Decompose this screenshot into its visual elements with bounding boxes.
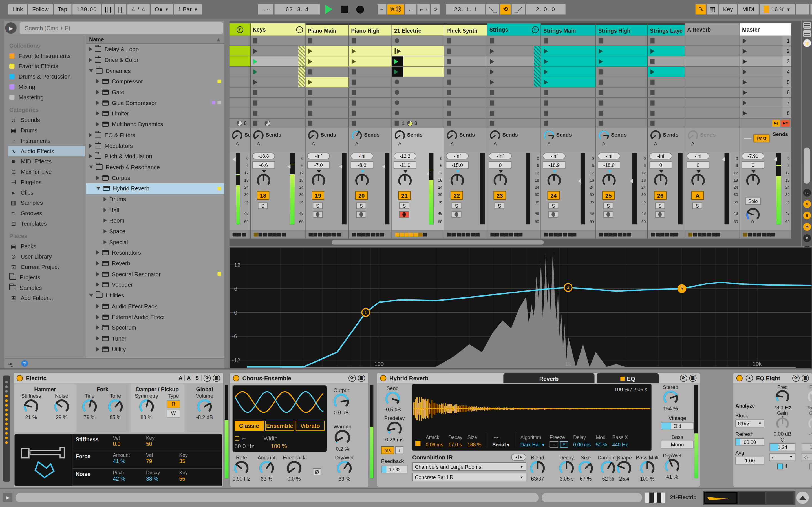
mode-button-vibrato[interactable]: Vibrato	[296, 420, 325, 431]
clip-stop-square[interactable]	[308, 69, 312, 74]
clip-slot[interactable]	[685, 108, 740, 119]
clip-stop-square[interactable]	[544, 100, 548, 105]
xfade-segment[interactable]	[448, 233, 452, 236]
group-unfold-icon[interactable]: ≡	[532, 26, 539, 33]
tree-item-pitch-modulation[interactable]: Pitch & Modulation	[86, 151, 224, 162]
knob-value[interactable]: 85 %	[110, 414, 121, 420]
clip-slot[interactable]	[648, 46, 685, 56]
clip-slot[interactable]	[685, 46, 740, 56]
tree-arrow-icon[interactable]	[96, 176, 100, 180]
clip-slot[interactable]	[349, 87, 392, 98]
clip-slot[interactable]	[541, 46, 596, 56]
routing-value[interactable]: Serial ▾	[492, 442, 509, 448]
send-a-knob[interactable]	[232, 130, 243, 141]
group-slot-play-icon[interactable]	[490, 59, 494, 64]
track-header[interactable]: Strings Laye	[648, 23, 685, 36]
track-activator[interactable]: 19	[312, 191, 324, 200]
clip-slot[interactable]	[349, 98, 392, 108]
clip-stop-square[interactable]	[599, 90, 603, 95]
send-a-knob[interactable]	[490, 130, 500, 141]
xfade-segment[interactable]	[572, 233, 576, 236]
tree-arrow-icon[interactable]	[89, 133, 92, 137]
stop-all-square[interactable]	[490, 121, 494, 126]
sidebar-item-collection[interactable]: Favorite Instruments	[8, 51, 85, 61]
peak-level-field[interactable]: -12.2	[394, 153, 416, 159]
clip-stop-square[interactable]	[447, 48, 451, 54]
clip-stop-square[interactable]	[490, 38, 494, 43]
knob-value[interactable]: 0.90 Hz	[233, 476, 250, 482]
device-chain-minimap[interactable]	[703, 491, 795, 505]
width-value[interactable]: 100 %	[271, 443, 287, 449]
xfade-segment[interactable]	[707, 233, 711, 236]
band-freq-knob[interactable]	[808, 390, 812, 404]
sidebar-item-drums[interactable]: ▦Drums	[8, 125, 85, 135]
stop-all-square[interactable]	[599, 121, 603, 126]
stop-all-square[interactable]	[308, 121, 312, 126]
scene-launch-icon[interactable]	[743, 48, 747, 54]
knob[interactable]	[601, 461, 615, 475]
device-overview-toggle[interactable]	[803, 30, 811, 38]
sidebar-item-add-folder-[interactable]: ⊞Add Folder...	[8, 293, 85, 303]
tree-arrow-icon[interactable]	[89, 154, 92, 159]
xfade-segment[interactable]	[514, 233, 518, 236]
tree-item-multiband-dynamics[interactable]: Multiband Dynamics	[86, 119, 224, 129]
track-activator[interactable]: 23	[493, 191, 506, 200]
group-fold-icon[interactable]: ▼	[236, 26, 243, 33]
aas-button[interactable]: A	[187, 375, 193, 381]
clip-slot[interactable]	[349, 108, 392, 119]
fold-device-view-button[interactable]	[797, 492, 809, 504]
clip-slot[interactable]	[392, 46, 444, 56]
tab-reverb[interactable]: Reverb	[503, 374, 594, 383]
xfade-segment[interactable]	[553, 233, 558, 236]
vintage-select[interactable]: Old	[661, 422, 694, 430]
knob[interactable]	[287, 461, 301, 475]
clip-slot[interactable]	[251, 87, 306, 98]
clip-stop-square[interactable]	[447, 69, 451, 74]
xfade-segment[interactable]	[457, 233, 461, 236]
volume-knob[interactable]	[398, 174, 412, 187]
xfade-segment[interactable]	[242, 233, 246, 236]
send-a-knob[interactable]	[544, 130, 554, 141]
clip-slot[interactable]	[648, 108, 685, 119]
clip-slot[interactable]	[596, 87, 648, 98]
clip-stop-square[interactable]	[544, 110, 548, 115]
peak-level-field[interactable]: -Inf	[350, 153, 373, 159]
track-header[interactable]: A Reverb	[685, 23, 740, 36]
clip-slot[interactable]	[487, 56, 541, 67]
mixer-section-toggle-m[interactable]: M	[803, 223, 811, 231]
clip-slot[interactable]: 8	[740, 108, 792, 119]
stop-all-square[interactable]	[447, 121, 451, 126]
help-icon[interactable]: ?	[21, 360, 28, 367]
minimap-thumb[interactable]	[739, 492, 765, 504]
peak-level-field[interactable]: -7.91	[742, 153, 764, 159]
clip-slot[interactable]	[444, 56, 487, 67]
device-power-button[interactable]	[380, 375, 386, 381]
stop-all-square[interactable]	[253, 121, 257, 126]
overdub-button[interactable]: ✎̸⛓	[388, 4, 404, 15]
xfade-segment[interactable]	[702, 233, 707, 236]
clip-slot[interactable]	[392, 108, 444, 119]
send-a-knob[interactable]	[395, 130, 405, 141]
clip-slot[interactable]	[487, 98, 541, 108]
track-header[interactable]: 21 Electric	[392, 23, 444, 36]
clip-stop-square[interactable]	[599, 38, 603, 43]
volume-knob[interactable]	[547, 174, 561, 187]
clip-play-icon[interactable]	[352, 59, 356, 64]
ir-category-select[interactable]: Chambers and Large Rooms▼	[412, 462, 526, 471]
clip-play-icon[interactable]	[651, 69, 655, 74]
loop-start-field[interactable]: 23. 1. 1	[446, 4, 486, 15]
scene-launch-icon[interactable]	[743, 90, 747, 95]
knob-value[interactable]: 154 %	[663, 406, 678, 411]
sidebar-item-samples[interactable]: Samples	[8, 283, 85, 293]
knob[interactable]	[663, 391, 677, 405]
time-signature-field[interactable]: 4 / 4	[128, 4, 149, 15]
xfade-segment[interactable]	[268, 233, 272, 236]
clip-slot[interactable]	[306, 77, 349, 88]
tree-item-space[interactable]: Space	[86, 226, 224, 237]
track-header[interactable]: Pluck Synth	[444, 23, 487, 36]
clip-slot[interactable]	[230, 56, 251, 67]
horizontal-scrollbar[interactable]	[332, 240, 544, 245]
clip-stop-square[interactable]	[651, 110, 655, 115]
clip-stop-circle[interactable]	[395, 38, 400, 43]
gain-value[interactable]: 0.00 dB	[767, 431, 798, 437]
